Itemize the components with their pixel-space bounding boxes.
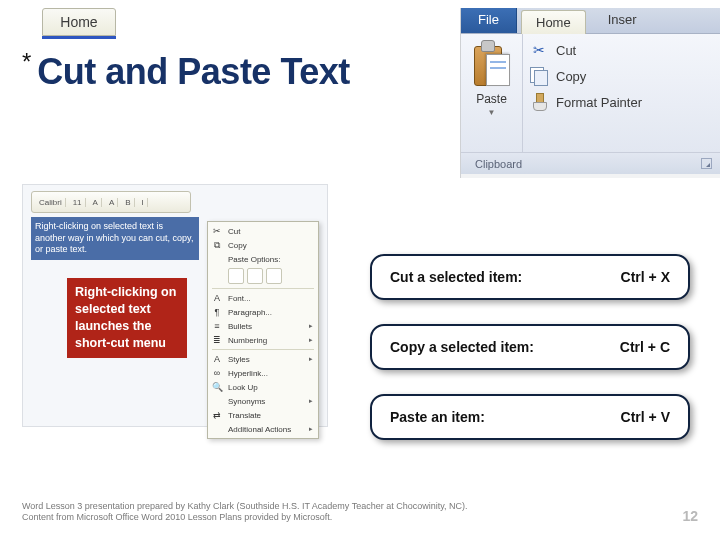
bullets-icon: ≡ bbox=[211, 320, 223, 332]
shortcut-keys: Ctrl + V bbox=[621, 409, 670, 425]
paste-option-icons[interactable] bbox=[208, 266, 318, 286]
slide-title: Cut and Paste Text bbox=[37, 51, 349, 93]
ctx-styles[interactable]: AStyles bbox=[208, 352, 318, 366]
copy-icon: ⧉ bbox=[211, 239, 223, 251]
styles-icon: A bbox=[211, 353, 223, 365]
ribbon-tabs: File Home Inser bbox=[461, 8, 720, 34]
scissors-icon: ✂ bbox=[529, 40, 549, 60]
clipboard-group-text: Clipboard bbox=[475, 158, 522, 170]
mini-toolbar: Calibri 11 A A B I bbox=[31, 191, 191, 213]
ctx-cut[interactable]: ✂Cut bbox=[208, 224, 318, 238]
ribbon-group-label: Clipboard bbox=[461, 152, 720, 174]
mini-font: Calibri bbox=[36, 198, 66, 207]
slide-title-row: * Cut and Paste Text bbox=[22, 51, 350, 93]
numbering-icon: ≣ bbox=[211, 334, 223, 346]
dialog-launcher-icon[interactable] bbox=[701, 158, 712, 169]
ctx-paste-options: Paste Options: bbox=[208, 252, 318, 266]
shortcut-list: Cut a selected item: Ctrl + X Copy a sel… bbox=[370, 254, 690, 440]
clipboard-actions: ✂ Cut Copy Format Painter bbox=[523, 34, 720, 152]
format-painter-label: Format Painter bbox=[556, 95, 642, 110]
shortcut-paste: Paste an item: Ctrl + V bbox=[370, 394, 690, 440]
ctx-synonyms[interactable]: Synonyms bbox=[208, 394, 318, 408]
format-painter-button[interactable]: Format Painter bbox=[529, 92, 714, 112]
slide-footer: Word Lesson 3 presentation prepared by K… bbox=[22, 501, 698, 524]
shortcut-label: Paste an item: bbox=[390, 409, 485, 425]
ribbon-snippet: File Home Inser Paste ▼ ✂ Cut Copy bbox=[460, 8, 720, 178]
footer-credit: Word Lesson 3 presentation prepared by K… bbox=[22, 501, 482, 524]
callout-box: Right-clicking on selected text launches… bbox=[67, 278, 187, 358]
home-tab-underline bbox=[42, 36, 116, 39]
ctx-paragraph[interactable]: ¶Paragraph... bbox=[208, 305, 318, 319]
ctx-bullets[interactable]: ≡Bullets bbox=[208, 319, 318, 333]
cut-label: Cut bbox=[556, 43, 576, 58]
page-number: 12 bbox=[682, 508, 698, 524]
brush-icon bbox=[529, 92, 549, 112]
tab-home[interactable]: Home bbox=[521, 10, 586, 34]
clipboard-icon bbox=[472, 40, 512, 90]
mini-shrink: A bbox=[106, 198, 118, 207]
shortcut-keys: Ctrl + C bbox=[620, 339, 670, 355]
tab-file[interactable]: File bbox=[461, 8, 517, 33]
cut-button[interactable]: ✂ Cut bbox=[529, 40, 714, 60]
ctx-paste-label: Paste Options: bbox=[228, 255, 280, 264]
shortcut-keys: Ctrl + X bbox=[621, 269, 670, 285]
ctx-translate[interactable]: ⇄Translate bbox=[208, 408, 318, 422]
link-icon: ∞ bbox=[211, 367, 223, 379]
ribbon-body: Paste ▼ ✂ Cut Copy Format Painter bbox=[461, 34, 720, 152]
ctx-lookup[interactable]: 🔍Look Up bbox=[208, 380, 318, 394]
paste-button[interactable]: Paste ▼ bbox=[461, 34, 523, 152]
mini-grow: A bbox=[90, 198, 102, 207]
divider bbox=[212, 288, 314, 289]
translate-icon: ⇄ bbox=[211, 409, 223, 421]
shortcut-label: Copy a selected item: bbox=[390, 339, 534, 355]
paragraph-icon: ¶ bbox=[211, 306, 223, 318]
selected-text-sample: Right-clicking on selected text is anoth… bbox=[31, 217, 199, 260]
context-menu: ✂Cut ⧉Copy Paste Options: AFont... ¶Para… bbox=[207, 221, 319, 439]
ctx-additional[interactable]: Additional Actions bbox=[208, 422, 318, 436]
copy-button[interactable]: Copy bbox=[529, 66, 714, 86]
home-tab-snippet: Home bbox=[42, 8, 116, 36]
shortcut-copy: Copy a selected item: Ctrl + C bbox=[370, 324, 690, 370]
shortcut-label: Cut a selected item: bbox=[390, 269, 522, 285]
mini-bold: B bbox=[122, 198, 134, 207]
copy-label: Copy bbox=[556, 69, 586, 84]
ctx-copy[interactable]: ⧉Copy bbox=[208, 238, 318, 252]
copy-icon bbox=[529, 66, 549, 86]
tab-insert[interactable]: Inser bbox=[594, 8, 651, 33]
lookup-icon: 🔍 bbox=[211, 381, 223, 393]
paste-label: Paste bbox=[476, 92, 507, 106]
title-asterisk: * bbox=[22, 48, 31, 76]
font-icon: A bbox=[211, 292, 223, 304]
paste-dropdown-arrow[interactable]: ▼ bbox=[488, 108, 496, 117]
divider bbox=[212, 349, 314, 350]
shortcut-cut: Cut a selected item: Ctrl + X bbox=[370, 254, 690, 300]
mini-size: 11 bbox=[70, 198, 86, 207]
mini-italic: I bbox=[139, 198, 148, 207]
ctx-font[interactable]: AFont... bbox=[208, 291, 318, 305]
scissors-icon: ✂ bbox=[211, 225, 223, 237]
ctx-numbering[interactable]: ≣Numbering bbox=[208, 333, 318, 347]
ctx-hyperlink[interactable]: ∞Hyperlink... bbox=[208, 366, 318, 380]
